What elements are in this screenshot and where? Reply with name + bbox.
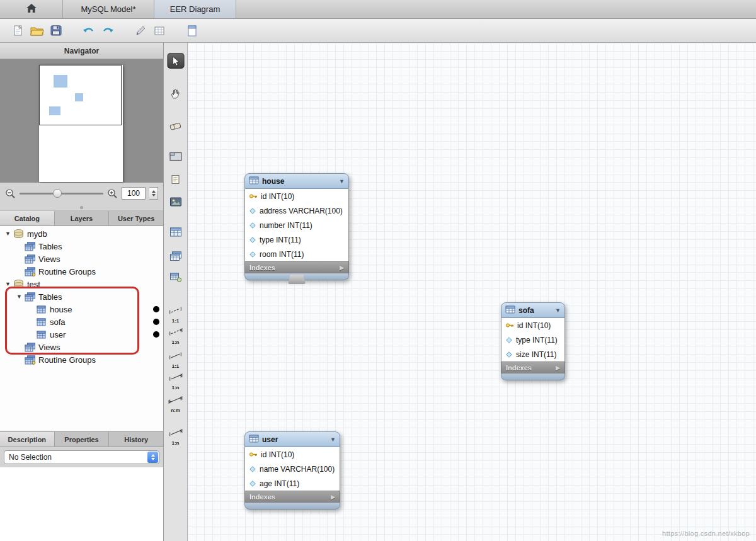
tab-description[interactable]: Description <box>0 432 55 447</box>
annotation-dot <box>153 306 159 312</box>
tree-item-routine-groups[interactable]: Routine Groups <box>0 265 163 278</box>
zoom-out-button[interactable] <box>5 188 16 199</box>
rel-1-n-identifying-icon <box>167 369 184 385</box>
new-page-icon[interactable] <box>183 23 202 39</box>
selection-dropdown-value: No Selection <box>9 453 52 462</box>
diagram-canvas[interactable]: https://blog.csdn.net/xkbop house▼id INT… <box>188 43 756 541</box>
table-column-row[interactable]: id INT(10) <box>245 189 348 203</box>
tree-item-routine-groups[interactable]: Routine Groups <box>0 353 163 366</box>
tab-label: History <box>124 436 148 443</box>
table-column-row[interactable]: id INT(10) <box>245 447 340 462</box>
tab-catalog[interactable]: Catalog <box>0 211 55 225</box>
table-menu-caret-icon[interactable]: ▼ <box>555 307 561 314</box>
navigator-minimap[interactable] <box>0 59 163 183</box>
tree-item-test[interactable]: ▼test <box>0 278 163 290</box>
tab-home[interactable] <box>0 0 63 18</box>
table-column-row[interactable]: age INT(11) <box>245 476 340 491</box>
zoom-value: 100 <box>127 189 140 198</box>
tree-item-views[interactable]: Views <box>0 341 163 353</box>
tool-hand[interactable] <box>167 86 184 101</box>
indexes-expand-icon[interactable]: ▶ <box>340 265 344 271</box>
selection-dropdown[interactable]: No Selection <box>4 450 159 464</box>
tree-item-tables[interactable]: ▼Tables <box>0 290 163 303</box>
tool-layer[interactable] <box>167 149 184 164</box>
open-model-icon[interactable] <box>28 23 47 39</box>
tool-pointer[interactable] <box>167 53 184 69</box>
tool-rel-1-n-existing[interactable]: 1:n <box>167 424 184 446</box>
tool-view[interactable] <box>167 248 184 264</box>
table-column-row[interactable]: name VARCHAR(100) <box>245 462 340 476</box>
tab-mysql-model[interactable]: MySQL Model* <box>63 0 154 18</box>
tab-user-types[interactable]: User Types <box>109 211 163 225</box>
tool-routine-group[interactable] <box>167 270 184 285</box>
collapse-icon[interactable]: ▼ <box>15 293 23 300</box>
tool-rel-1-n-identifying[interactable]: 1:n <box>167 369 184 390</box>
tool-note[interactable] <box>167 171 184 187</box>
tool-eraser[interactable] <box>167 118 184 134</box>
collapse-icon[interactable]: ▼ <box>4 231 12 237</box>
table-icon <box>35 305 48 314</box>
diagram-table-user[interactable]: user▼id INT(10)name VARCHAR(100)age INT(… <box>244 431 340 510</box>
column-definition: id INT(10) <box>261 450 294 459</box>
tool-rel-1-1-identifying[interactable]: 1:1 <box>167 348 184 369</box>
indexes-expand-icon[interactable]: ▶ <box>331 494 335 500</box>
zoom-stepper[interactable] <box>149 187 158 200</box>
save-model-icon[interactable] <box>47 23 66 39</box>
tree-item-label: test <box>25 280 40 289</box>
undo-icon[interactable] <box>79 23 98 39</box>
new-model-icon[interactable] <box>9 23 28 39</box>
column-diamond-icon <box>506 337 512 343</box>
tree-item-house[interactable]: house <box>0 303 163 316</box>
stepper-down-icon[interactable] <box>152 194 156 196</box>
table-header[interactable]: user▼ <box>244 431 340 447</box>
diagram-table-house[interactable]: house▼id INT(10)address VARCHAR(100)numb… <box>244 173 349 280</box>
table-header[interactable]: sofa▼ <box>501 302 565 318</box>
diagram-table-sofa[interactable]: sofa▼id INT(10)type INT(11)size INT(11)I… <box>501 302 565 380</box>
tree-item-label: mydb <box>25 229 47 239</box>
tool-table[interactable] <box>167 224 184 240</box>
redo-icon[interactable] <box>98 23 117 39</box>
grid-table-icon[interactable] <box>150 23 169 39</box>
tab-properties[interactable]: Properties <box>55 432 110 447</box>
table-column-row[interactable]: number INT(11) <box>245 218 348 232</box>
tree-item-sofa[interactable]: sofa <box>0 316 163 328</box>
routines-group-icon <box>23 267 37 276</box>
tree-item-label: Tables <box>37 292 62 302</box>
stepper-up-icon[interactable] <box>152 190 156 193</box>
tree-item-tables[interactable]: Tables <box>0 240 163 253</box>
table-column-row[interactable]: type INT(11) <box>501 333 564 347</box>
tab-eer-diagram[interactable]: EER Diagram <box>154 0 236 18</box>
indexes-expand-icon[interactable]: ▶ <box>556 365 560 371</box>
tab-layers[interactable]: Layers <box>55 211 110 225</box>
tree-item-mydb[interactable]: ▼mydb <box>0 227 163 240</box>
indexes-bar[interactable]: Indexes▶ <box>244 491 340 503</box>
tool-rel-n-m-identifying[interactable]: n:m <box>167 392 184 413</box>
tab-label: EER Diagram <box>170 4 220 14</box>
table-column-row[interactable]: size INT(11) <box>501 347 564 362</box>
table-menu-caret-icon[interactable]: ▼ <box>339 178 345 185</box>
zoom-in-button[interactable] <box>107 188 118 199</box>
tree-item-user[interactable]: user <box>0 328 163 341</box>
table-column-row[interactable]: id INT(10) <box>501 318 564 333</box>
indexes-label: Indexes <box>249 264 275 271</box>
panel-divider-handle[interactable] <box>0 204 163 210</box>
table-column-row[interactable]: room INT(11) <box>245 247 348 261</box>
tab-history[interactable]: History <box>109 432 163 447</box>
edit-pen-icon[interactable] <box>131 23 150 39</box>
tool-image[interactable] <box>167 194 184 210</box>
zoom-value-input[interactable]: 100 <box>122 187 146 200</box>
tool-rel-1-1-non-identifying[interactable]: 1:1 <box>167 302 184 324</box>
table-column-row[interactable]: address VARCHAR(100) <box>245 203 348 218</box>
collapse-icon[interactable]: ▼ <box>4 281 12 287</box>
zoom-slider[interactable] <box>20 189 103 198</box>
indexes-bar[interactable]: Indexes▶ <box>244 261 349 273</box>
table-resize-handle[interactable] <box>288 275 306 284</box>
table-header[interactable]: house▼ <box>244 173 349 189</box>
indexes-bar[interactable]: Indexes▶ <box>501 362 565 373</box>
tree-item-views[interactable]: Views <box>0 253 163 265</box>
table-menu-caret-icon[interactable]: ▼ <box>330 436 336 443</box>
tool-label: n:m <box>171 408 180 413</box>
table-column-row[interactable]: type INT(11) <box>245 232 348 247</box>
tool-rel-1-n-non-identifying[interactable]: 1:n <box>167 324 184 345</box>
zoom-slider-knob[interactable] <box>53 189 62 198</box>
